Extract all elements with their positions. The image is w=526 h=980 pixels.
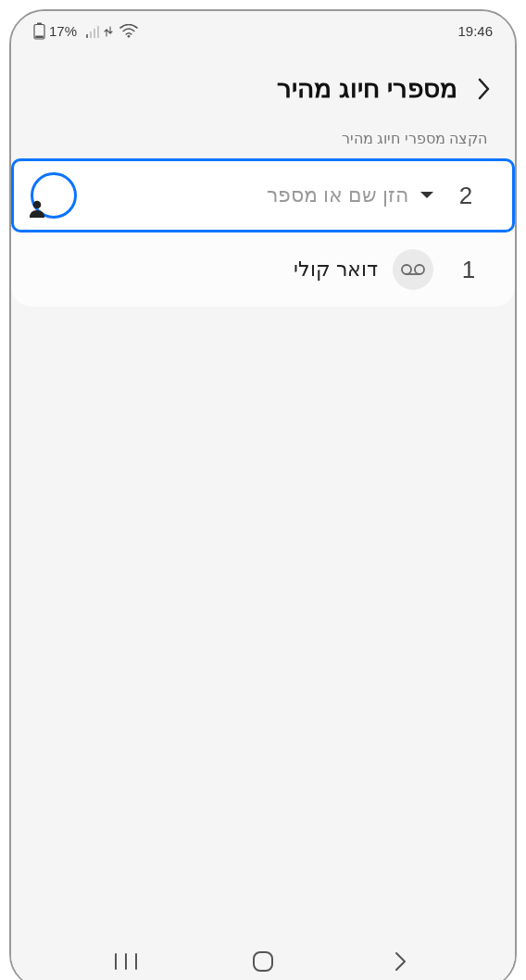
speed-dial-row-1[interactable]: 1 דואר קולי — [11, 232, 515, 307]
speed-dial-row-2[interactable]: 2 — [11, 158, 515, 232]
status-left: 17% — [33, 22, 138, 40]
slot-number: 2 — [444, 182, 488, 210]
slot-number: 1 — [446, 256, 491, 284]
back-icon[interactable] — [476, 76, 491, 102]
svg-rect-4 — [90, 31, 92, 38]
svg-rect-6 — [97, 26, 99, 38]
section-subtitle: הקצה מספרי חיוג מהיר — [11, 120, 515, 158]
svg-rect-1 — [37, 23, 42, 25]
status-bar: 17% 19:46 — [11, 11, 515, 47]
clock: 19:46 — [457, 23, 493, 39]
page-title: מספרי חיוג מהיר — [277, 73, 457, 104]
svg-point-7 — [128, 35, 131, 38]
battery-icon — [33, 22, 45, 40]
svg-point-10 — [415, 265, 424, 274]
header: מספרי חיוג מהיר — [11, 47, 515, 120]
dropdown-icon[interactable] — [420, 187, 434, 204]
svg-rect-5 — [94, 29, 95, 38]
home-button[interactable] — [235, 949, 291, 974]
contact-picker-button[interactable] — [31, 172, 77, 219]
wifi-icon — [119, 24, 138, 38]
name-or-number-input[interactable] — [77, 183, 408, 207]
voicemail-icon — [393, 249, 433, 290]
signal-icon — [86, 25, 113, 38]
svg-rect-2 — [35, 36, 44, 39]
svg-rect-15 — [254, 952, 272, 971]
voicemail-label: דואר קולי — [28, 258, 378, 282]
speed-dial-list: 2 1 דואר קולי — [11, 158, 515, 980]
person-icon — [28, 199, 46, 221]
svg-point-9 — [402, 265, 411, 274]
svg-rect-3 — [86, 34, 88, 38]
svg-point-8 — [33, 201, 42, 209]
battery-percent: 17% — [49, 23, 77, 39]
nav-back-button[interactable] — [372, 950, 428, 973]
recents-button[interactable] — [98, 952, 154, 971]
navigation-bar — [11, 936, 515, 980]
